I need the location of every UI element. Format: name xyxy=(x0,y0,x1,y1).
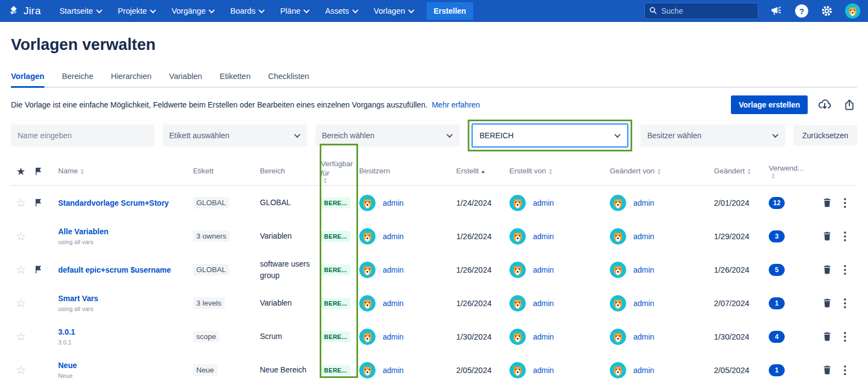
row-menu-button[interactable] xyxy=(844,198,846,208)
star-toggle-icon[interactable] xyxy=(16,330,26,343)
tab-hierarchien[interactable]: Hierarchien xyxy=(111,69,151,87)
created-by-link[interactable]: admin xyxy=(533,232,554,241)
modified-by-link[interactable]: admin xyxy=(633,232,654,241)
star-toggle-icon[interactable] xyxy=(16,230,26,243)
column-header-verfuegbar-fuer[interactable]: Verfügbar für xyxy=(321,160,359,184)
tab-etiketten[interactable]: Etiketten xyxy=(220,69,251,87)
label-filter-select[interactable]: Etikett auswählen xyxy=(163,125,307,146)
template-name-link[interactable]: Smart Vars xyxy=(58,294,190,303)
row-menu-button[interactable] xyxy=(844,231,846,241)
template-name-link[interactable]: Standardvorlage Scrum+Story xyxy=(58,199,190,207)
tab-variablen[interactable]: Variablen xyxy=(169,69,202,87)
available-for-pill[interactable]: BERE... xyxy=(321,197,350,208)
menu-boards[interactable]: Boards xyxy=(230,7,264,15)
delete-button[interactable] xyxy=(822,231,832,241)
import-cloud-download-icon[interactable] xyxy=(816,97,833,113)
created-date: 1/26/2024 xyxy=(456,266,509,274)
created-by-link[interactable]: admin xyxy=(533,266,554,274)
user-avatar[interactable] xyxy=(845,3,860,19)
modified-by-link[interactable]: admin xyxy=(633,299,654,308)
modified-by-link[interactable]: admin xyxy=(633,332,654,341)
row-menu-button[interactable] xyxy=(844,365,846,375)
star-toggle-icon[interactable] xyxy=(16,196,26,210)
template-name-link[interactable]: default epic+scrum $username xyxy=(58,266,190,274)
row-menu-button[interactable] xyxy=(844,265,846,275)
menu-projekte[interactable]: Projekte xyxy=(118,7,155,15)
flag-icon[interactable] xyxy=(34,266,42,274)
owner-link[interactable]: admin xyxy=(383,299,404,308)
created-by-link[interactable]: admin xyxy=(533,299,554,308)
column-header-bereich[interactable]: Bereich xyxy=(260,167,321,176)
create-template-button[interactable]: Vorlage erstellen xyxy=(731,95,808,114)
available-for-pill[interactable]: BERE... xyxy=(321,298,350,309)
flag-column-icon[interactable] xyxy=(34,167,42,176)
delete-button[interactable] xyxy=(822,298,832,308)
create-issue-button[interactable]: Erstellen xyxy=(427,2,473,20)
template-name-link[interactable]: Neue xyxy=(58,361,190,370)
owner-link[interactable]: admin xyxy=(383,266,404,274)
flag-icon[interactable] xyxy=(34,199,42,207)
owner-filter-select[interactable]: Besitzer wählen xyxy=(640,125,785,146)
available-for-pill[interactable]: BERE... xyxy=(321,331,350,342)
learn-more-link[interactable]: Mehr erfahren xyxy=(432,100,480,109)
menu-vorgaenge[interactable]: Vorgänge xyxy=(172,7,214,15)
gear-icon[interactable] xyxy=(820,4,834,18)
menu-vorlagen[interactable]: Vorlagen xyxy=(374,7,413,15)
star-toggle-icon[interactable] xyxy=(16,364,26,377)
column-header-erstellt[interactable]: Erstellt xyxy=(456,167,509,176)
delete-button[interactable] xyxy=(822,365,832,375)
tab-checklisten[interactable]: Checklisten xyxy=(268,69,309,87)
menu-startseite[interactable]: Startseite xyxy=(59,7,101,15)
column-header-erstellt-von[interactable]: Erstellt von xyxy=(509,167,610,176)
template-name-link[interactable]: Alle Variablen xyxy=(58,227,190,236)
column-header-geaendert-von[interactable]: Geändert von xyxy=(610,167,714,176)
star-toggle-icon[interactable] xyxy=(16,297,26,310)
available-for-pill[interactable]: BERE... xyxy=(321,264,350,275)
usage-count-badge[interactable]: 1 xyxy=(769,364,785,376)
modified-by-link[interactable]: admin xyxy=(633,366,654,375)
help-icon[interactable] xyxy=(795,4,809,18)
owner-link[interactable]: admin xyxy=(383,366,404,375)
search-input[interactable] xyxy=(644,3,758,19)
name-filter-input[interactable] xyxy=(11,125,155,146)
scope-filter-select[interactable]: Bereich wählen xyxy=(315,125,459,146)
row-menu-button[interactable] xyxy=(844,298,846,308)
owner-link[interactable]: admin xyxy=(383,332,404,341)
menu-assets[interactable]: Assets xyxy=(325,7,358,15)
available-for-pill[interactable]: BERE... xyxy=(321,231,350,242)
owner-link[interactable]: admin xyxy=(383,199,404,207)
announcements-icon[interactable] xyxy=(769,4,784,18)
created-by-link[interactable]: admin xyxy=(533,199,554,207)
created-by-link[interactable]: admin xyxy=(533,332,554,341)
column-header-verwendungen[interactable]: Verwend... xyxy=(769,164,807,179)
export-icon[interactable] xyxy=(842,97,857,112)
usage-count-badge[interactable]: 3 xyxy=(769,230,785,242)
jira-logo[interactable]: Jira xyxy=(8,5,41,17)
column-header-geaendert[interactable]: Geändert xyxy=(714,167,769,176)
bereich-filter-select-focused[interactable]: BEREICH xyxy=(472,123,628,148)
created-by-link[interactable]: admin xyxy=(533,366,554,375)
usage-count-badge[interactable]: 12 xyxy=(769,197,785,209)
reset-filters-button[interactable]: Zurücksetzen xyxy=(793,125,857,146)
delete-button[interactable] xyxy=(822,265,832,274)
available-for-pill[interactable]: BERE... xyxy=(321,365,350,376)
modified-by-link[interactable]: admin xyxy=(633,199,654,207)
column-header-etikett[interactable]: Etikett xyxy=(193,167,260,176)
tab-bereiche[interactable]: Bereiche xyxy=(62,69,93,87)
owner-link[interactable]: admin xyxy=(383,232,404,241)
tab-vorlagen[interactable]: Vorlagen xyxy=(11,69,44,87)
template-name-link[interactable]: 3.0.1 xyxy=(58,327,190,336)
delete-button[interactable] xyxy=(822,198,832,207)
template-subtitle: Neue xyxy=(58,372,190,379)
column-header-besitzern[interactable]: Besitzern xyxy=(359,167,456,176)
star-toggle-icon[interactable] xyxy=(16,263,26,276)
column-header-name[interactable]: Name xyxy=(58,167,193,176)
usage-count-badge[interactable]: 4 xyxy=(769,331,785,343)
modified-by-link[interactable]: admin xyxy=(633,266,654,274)
star-column-icon[interactable] xyxy=(16,165,25,178)
usage-count-badge[interactable]: 5 xyxy=(769,264,785,276)
delete-button[interactable] xyxy=(822,332,832,341)
usage-count-badge[interactable]: 1 xyxy=(769,297,785,309)
menu-plaene[interactable]: Pläne xyxy=(280,7,309,15)
row-menu-button[interactable] xyxy=(844,332,846,342)
